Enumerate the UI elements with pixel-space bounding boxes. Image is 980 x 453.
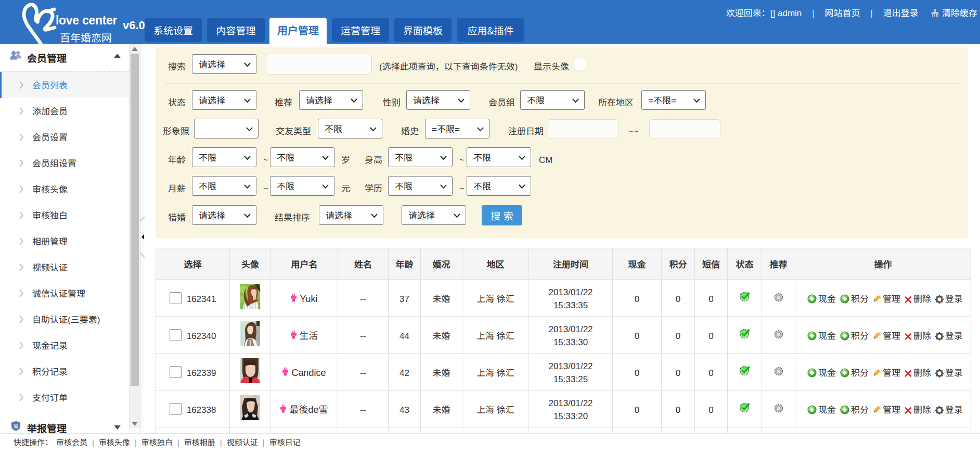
svg-text:诚: 诚 (14, 422, 18, 430)
